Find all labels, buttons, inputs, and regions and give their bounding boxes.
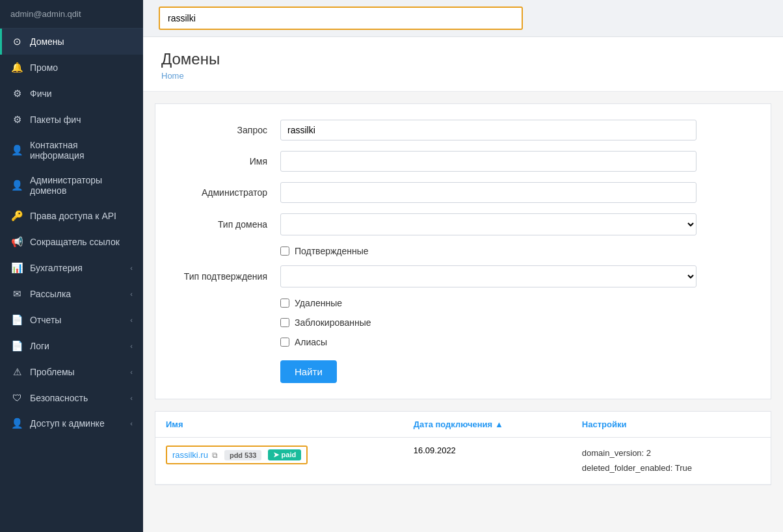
chevron-right5-icon: ‹ [130,368,133,376]
domain-link[interactable]: rassilki.ru [172,450,208,460]
sidebar-item-prava-dostupa[interactable]: 🔑 Права доступа к API [0,203,143,229]
administrator-row: Администратор [176,182,750,203]
user3-icon: 👤 [10,418,23,429]
main-content: Домены Home Запрос Имя Администратор Тип… [143,0,783,532]
chevron-right6-icon: ‹ [130,394,133,402]
badge-pdd: pdd 533 [224,450,262,460]
copy-icon[interactable]: ⧉ [212,451,218,460]
sidebar: admin@admin.qdit ⊙ Домены 🔔 Промо ⚙ Фичи… [0,0,143,532]
chevron-right2-icon: ‹ [130,290,133,298]
page-content: Домены Home Запрос Имя Администратор Тип… [143,37,783,532]
sidebar-item-rassylka[interactable]: ✉ Рассылка ‹ [0,281,143,307]
sidebar-item-dostup-adminka[interactable]: 👤 Доступ к админке ‹ [0,410,143,436]
sidebar-user: admin@admin.qdit [0,0,143,29]
topbar-search-input[interactable] [159,7,523,30]
chevron-right-icon: ‹ [130,264,133,272]
sidebar-item-promo[interactable]: 🔔 Промо [0,55,143,81]
imya-input[interactable] [280,151,697,172]
page-title: Домены [161,50,765,68]
bell-icon: 🔔 [10,62,23,73]
podtverzhdennye-checkbox[interactable] [280,246,289,256]
sidebar-item-buhgalteriya[interactable]: 📊 Бухгалтерия ‹ [0,255,143,281]
sidebar-item-label: Промо [30,62,133,73]
sidebar-item-kontaktnaya[interactable]: 👤 Контактная информация [0,133,143,168]
domain-cell-inner: rassilki.ru ⧉ pdd 533 ➤ paid [166,446,308,464]
tip-domena-label: Тип домена [176,219,280,230]
sidebar-item-sokrashatel[interactable]: 📢 Сокращатель ссылок [0,229,143,255]
doc2-icon: 📄 [10,340,23,352]
sidebar-item-label: Домены [30,36,133,47]
table-row: rassilki.ru ⧉ pdd 533 ➤ paid 16.09.2022 [155,438,771,485]
tip-podtverzhdeniya-select[interactable] [280,265,697,287]
zablokirovannye-label: Заблокированные [295,317,371,328]
sidebar-item-label: Администраторы доменов [30,175,133,196]
sidebar-item-logi[interactable]: 📄 Логи ‹ [0,333,143,359]
chevron-right4-icon: ‹ [130,342,133,350]
podtverzhdennye-label: Подтвержденные [295,246,369,256]
settings-text: domain_version: 2 deleted_folder_enabled… [582,446,760,476]
sort-up-icon: ▲ [495,419,503,429]
sidebar-item-label: Контактная информация [30,140,133,161]
user2-icon: 👤 [10,180,23,191]
globe-icon: ⊙ [10,36,23,47]
sidebar-item-label: Доступ к админке [30,418,124,429]
chevron-right3-icon: ‹ [130,316,133,324]
aliasy-row: Алиасы [280,337,750,347]
zablokirovannye-checkbox[interactable] [280,318,289,327]
domain-cell: rassilki.ru ⧉ pdd 533 ➤ paid [155,438,403,485]
tip-domena-select[interactable] [280,213,697,235]
tip-podtverzhdeniya-label: Тип подтверждения [176,271,280,282]
results-table: Имя Дата подключения ▲ Настройки [155,412,771,485]
udalennye-label: Удаленные [295,298,342,308]
col-name-header: Имя [155,412,403,438]
zablokirovannye-row: Заблокированные [280,317,750,328]
key-icon: 🔑 [10,210,23,222]
date-cell: 16.09.2022 [403,438,572,485]
zapros-label: Запрос [176,125,280,135]
sidebar-item-domeny[interactable]: ⊙ Домены [0,29,143,55]
sidebar-item-label: Фичи [30,88,133,99]
aliasy-checkbox[interactable] [280,338,289,347]
gear2-icon: ⚙ [10,114,23,126]
chart-icon: 📊 [10,262,23,274]
administrator-input[interactable] [280,182,697,203]
aliasy-label: Алиасы [295,337,327,347]
find-button[interactable]: Найти [280,360,337,383]
settings-cell: domain_version: 2 deleted_folder_enabled… [572,438,771,485]
mail-icon: ✉ [10,288,23,300]
tip-domena-row: Тип домена [176,213,750,235]
zapros-row: Запрос [176,120,750,140]
udalennye-checkbox[interactable] [280,299,289,308]
col-date-sort[interactable]: Дата подключения ▲ [414,419,503,429]
col-settings-header: Настройки [572,412,771,438]
topbar [143,0,783,37]
sidebar-item-pakety-fich[interactable]: ⚙ Пакеты фич [0,107,143,133]
tip-podtverzhdeniya-row: Тип подтверждения [176,265,750,287]
user-icon: 👤 [10,144,23,156]
sidebar-item-label: Отчеты [30,315,124,325]
col-name-sort[interactable]: Имя [166,419,183,429]
sidebar-item-otchety[interactable]: 📄 Отчеты ‹ [0,307,143,333]
results-section: Имя Дата подключения ▲ Настройки [155,411,771,485]
arrow-icon: ➤ [273,451,279,459]
sidebar-item-fichi[interactable]: ⚙ Фичи [0,81,143,107]
gear-icon: ⚙ [10,88,23,100]
sidebar-item-label: Логи [30,341,124,351]
table-header-row: Имя Дата подключения ▲ Настройки [155,412,771,438]
chevron-right7-icon: ‹ [130,419,133,427]
doc-icon: 📄 [10,314,23,326]
administrator-label: Администратор [176,187,280,198]
sidebar-item-administratory[interactable]: 👤 Администраторы доменов [0,168,143,203]
badge-paid: ➤ paid [268,449,301,460]
sidebar-item-label: Проблемы [30,367,124,377]
search-form: Запрос Имя Администратор Тип домена Подт… [155,103,771,399]
breadcrumb: Home [161,71,765,81]
col-date-header: Дата подключения ▲ [403,412,572,438]
sidebar-item-problemy[interactable]: ⚠ Проблемы ‹ [0,359,143,385]
sidebar-item-bezopasnost[interactable]: 🛡 Безопасность ‹ [0,385,143,410]
sidebar-item-label: Бухгалтерия [30,263,124,273]
warning-icon: ⚠ [10,366,23,378]
podtverzhdennye-row: Подтвержденные [280,246,750,256]
sidebar-item-label: Пакеты фич [30,114,133,125]
zapros-input[interactable] [280,120,697,140]
